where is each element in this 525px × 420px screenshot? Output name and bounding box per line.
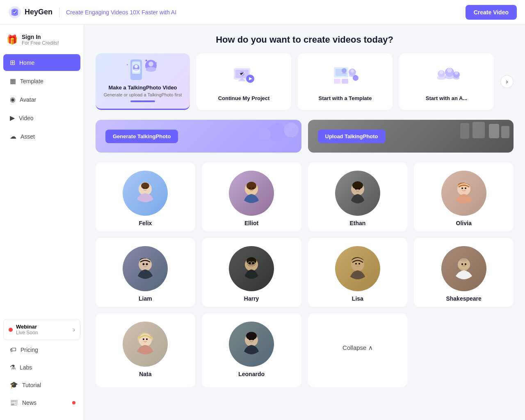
webinar-banner[interactable]: Webinar Live Soon › xyxy=(3,319,80,340)
avatar-name-elliot: Elliot xyxy=(202,220,301,226)
avatar-card-nata[interactable]: Nata xyxy=(96,313,195,387)
sidebar-item-asset[interactable]: ☁ Asset xyxy=(3,128,80,145)
avatar-name-liam: Liam xyxy=(96,295,195,302)
carousel-next-arrow[interactable]: › xyxy=(500,75,514,88)
news-badge xyxy=(72,401,75,404)
svg-point-48 xyxy=(355,188,357,190)
svg-rect-34 xyxy=(489,124,499,138)
svg-point-69 xyxy=(465,263,466,265)
svg-point-76 xyxy=(252,338,254,340)
talking-photo-card[interactable]: ★ ★ ✦ Make a TalkingPhoto Video Generate… xyxy=(96,53,190,110)
svg-point-67 xyxy=(461,258,467,262)
avatar-card-ethan[interactable]: Ethan xyxy=(308,162,408,231)
labs-icon: ⚗ xyxy=(10,363,16,371)
app-header: HeyGen Create Engaging Videos 10X Faster… xyxy=(0,0,525,25)
avatar-name-lisa: Lisa xyxy=(308,295,408,302)
svg-point-74 xyxy=(246,332,257,340)
start-template-label: Start with a Template xyxy=(319,95,372,101)
svg-point-65 xyxy=(358,263,360,265)
avatar-card-shakespeare[interactable]: Shakespeare xyxy=(414,238,514,307)
avatar-name-nata: Nata xyxy=(96,371,195,377)
avatar-card-liam[interactable]: Liam xyxy=(96,238,195,307)
svg-text:★: ★ xyxy=(145,59,148,62)
svg-text:★: ★ xyxy=(155,62,157,64)
avatar-card-elliot[interactable]: Elliot xyxy=(202,162,301,231)
avatar-image-ethan xyxy=(335,171,380,216)
logo-text: HeyGen xyxy=(25,8,52,16)
avatar-name-olivia: Olivia xyxy=(414,220,514,226)
talkingphoto-illustration: ★ ★ ✦ xyxy=(122,57,163,86)
svg-point-32 xyxy=(258,128,271,140)
svg-rect-33 xyxy=(472,122,485,138)
svg-point-72 xyxy=(146,338,148,340)
svg-point-71 xyxy=(143,338,144,340)
sidebar-item-video[interactable]: ▶ Video xyxy=(3,110,80,126)
avatar-image-shakespeare xyxy=(441,246,486,291)
avatar-image-nata xyxy=(123,322,168,367)
webinar-chevron-icon: › xyxy=(73,326,75,333)
svg-point-27 xyxy=(447,68,452,73)
svg-point-52 xyxy=(465,187,466,189)
main-content: How do you want to create videos today? xyxy=(84,25,525,420)
avatar-card-harry[interactable]: Harry xyxy=(202,238,301,307)
avatar-image-harry xyxy=(229,246,274,291)
top-cards-row: ★ ★ ✦ Make a TalkingPhoto Video Generate… xyxy=(96,53,514,110)
continue-project-label: Continue My Project xyxy=(218,95,270,101)
webinar-sub: Live Soon xyxy=(16,330,38,336)
svg-rect-36 xyxy=(460,123,469,139)
sidebar-item-tutorial[interactable]: 🎓 Tutorial xyxy=(3,377,80,393)
start-template-icon-area xyxy=(331,62,360,91)
svg-point-59 xyxy=(252,263,254,265)
template-icon: ▦ xyxy=(10,77,16,85)
sidebar-asset-label: Asset xyxy=(21,133,35,140)
header-divider xyxy=(59,7,59,17)
svg-rect-19 xyxy=(342,79,348,84)
sidebar-item-pricing[interactable]: 🏷 Pricing xyxy=(3,342,80,358)
avatar-name-ethan: Ethan xyxy=(308,220,408,226)
page-title: How do you want to create videos today? xyxy=(96,34,514,45)
sidebar-home-label: Home xyxy=(19,59,34,66)
svg-point-43 xyxy=(247,182,256,190)
avatar-grid: Felix Elliot xyxy=(96,162,514,387)
collapse-label: Collapse ∧ xyxy=(342,344,373,352)
sidebar-news-label: News xyxy=(22,399,37,406)
sign-in-sublabel: For Free Credits! xyxy=(22,40,59,46)
upload-banner[interactable]: Upload TalkingPhoto xyxy=(308,120,514,153)
avatar-image-felix xyxy=(123,171,168,216)
action-banners: Generate TalkingPhoto Upload TalkingPhot… xyxy=(96,120,514,153)
home-icon: ⊞ xyxy=(10,59,15,66)
generate-talkingphoto-button[interactable]: Generate TalkingPhoto xyxy=(105,130,178,143)
sidebar: 🎁 Sign In For Free Credits! ⊞ Home ▦ Tem… xyxy=(0,25,84,420)
svg-point-54 xyxy=(143,263,145,265)
svg-point-55 xyxy=(146,263,148,265)
avatar-card-leonardo[interactable]: Leonardo xyxy=(202,313,301,387)
sidebar-item-avatar[interactable]: ◉ Avatar xyxy=(3,91,80,108)
create-video-button[interactable]: Create Video xyxy=(466,5,517,20)
sidebar-avatar-label: Avatar xyxy=(20,96,36,103)
upload-talkingphoto-button[interactable]: Upload TalkingPhoto xyxy=(318,130,386,143)
sign-in-section[interactable]: 🎁 Sign In For Free Credits! xyxy=(0,30,84,50)
start-template-card[interactable]: Start with a Template xyxy=(298,53,393,110)
avatar-name-felix: Felix xyxy=(96,220,195,226)
sign-in-label: Sign In xyxy=(22,34,59,40)
avatar-card-olivia[interactable]: Olivia xyxy=(414,162,514,231)
sidebar-item-labs[interactable]: ⚗ Labs xyxy=(3,359,80,376)
svg-point-58 xyxy=(249,263,251,265)
avatar-card-lisa[interactable]: Lisa xyxy=(308,238,408,307)
asset-icon: ☁ xyxy=(10,132,16,140)
header-tagline: Create Engaging Videos 10X Faster with A… xyxy=(66,9,176,16)
generate-banner[interactable]: Generate TalkingPhoto xyxy=(96,120,301,153)
sidebar-spacer xyxy=(0,146,84,317)
sidebar-item-template[interactable]: ▦ Template xyxy=(3,73,80,89)
avatar-image-lisa xyxy=(335,246,380,291)
sidebar-tutorial-label: Tutorial xyxy=(22,382,41,388)
start-avatar-card[interactable]: Start with an A... xyxy=(399,53,494,110)
sidebar-item-news[interactable]: 📰 News xyxy=(3,394,80,411)
collapse-card[interactable]: Collapse ∧ xyxy=(308,313,408,387)
continue-project-card[interactable]: Continue My Project xyxy=(196,53,291,110)
sidebar-pricing-label: Pricing xyxy=(21,347,38,353)
avatar-card-felix[interactable]: Felix xyxy=(96,162,195,231)
svg-point-51 xyxy=(461,187,463,189)
avatar-image-olivia xyxy=(441,171,486,216)
sidebar-item-home[interactable]: ⊞ Home xyxy=(3,54,80,71)
